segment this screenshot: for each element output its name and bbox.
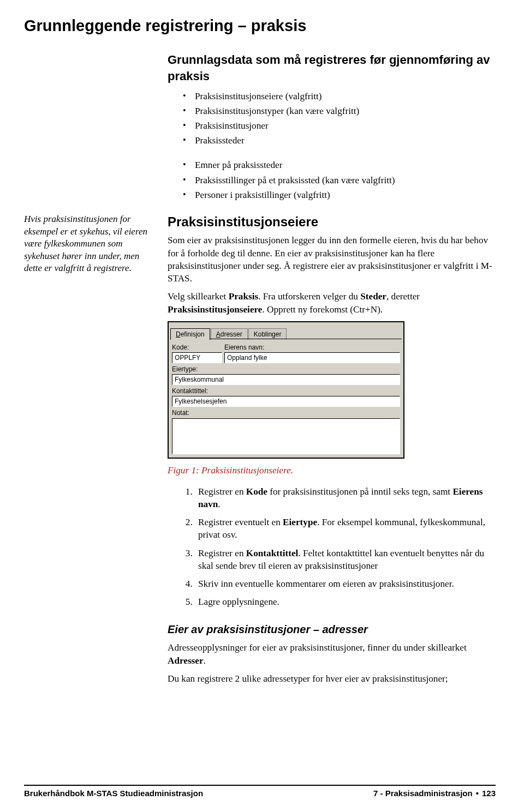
step-item: Registrer en Kode for praksisinstitusjon…: [195, 485, 493, 510]
label-notat: Notat:: [172, 408, 400, 417]
footer-right-section: 7 - Praksisadministrasjon: [373, 788, 473, 799]
footer-page-number: 123: [482, 788, 496, 799]
bullet-item: Praksisstillinger på et praksissted (kan…: [183, 174, 493, 187]
label-eiertype: Eiertype:: [172, 365, 400, 374]
bullet-icon: •: [476, 788, 479, 799]
step-list: Registrer en Kode for praksisinstitusjon…: [168, 485, 493, 609]
bullet-item: Praksisinstitusjonseiere (valgfritt): [183, 90, 493, 103]
subsection-heading: Eier av praksisinstitusjoner – adresser: [168, 622, 493, 637]
footer-left: Brukerhåndbok M-STAS Studieadministrasjo…: [24, 788, 203, 799]
label-navn: Eierens navn:: [224, 343, 400, 352]
bullet-item: Praksissteder: [183, 134, 493, 147]
label-kontakttittel: Kontakttittel:: [172, 387, 400, 395]
intro-heading: Grunnlagsdata som må registreres før gje…: [168, 52, 493, 84]
body-text: Du kan registrere 2 ulike adressetyper f…: [168, 672, 493, 685]
page-footer: Brukerhåndbok M-STAS Studieadministrasjo…: [24, 785, 496, 799]
tab-strip: Definisjon Adresser Koblinger: [169, 322, 403, 339]
tab-definisjon[interactable]: Definisjon: [170, 328, 210, 340]
bullet-item: Praksisinstitusjonstyper (kan være valgf…: [183, 105, 493, 117]
tab-adresser[interactable]: Adresser: [211, 328, 248, 340]
notat-textarea[interactable]: [172, 418, 400, 454]
kode-input[interactable]: [172, 352, 222, 363]
eierens-navn-input[interactable]: [224, 352, 400, 363]
page-title: Grunnleggende registrering – praksis: [24, 15, 496, 37]
body-text: Velg skillearket Praksis. Fra utforskere…: [168, 290, 493, 315]
body-text: Adresseopplysninger for eier av praksisi…: [168, 641, 493, 666]
body-text: Som eier av praksisinstitusjonen legger …: [168, 234, 493, 285]
step-item: Skriv inn eventuelle kommentarer om eier…: [195, 578, 493, 590]
step-item: Lagre opplysningene.: [195, 596, 493, 608]
label-kode: Kode:: [172, 343, 222, 352]
bullet-item: Personer i praksistillinger (valgfritt): [183, 189, 493, 201]
eiertype-input[interactable]: [172, 374, 400, 385]
figure-caption: Figur 1: Praksisinstitusjonseiere.: [168, 464, 493, 477]
tab-koblinger[interactable]: Koblinger: [248, 328, 287, 340]
step-item: Registrer en Kontakttittel. Feltet konta…: [195, 547, 493, 572]
bullet-item: Emner på praksissteder: [183, 159, 493, 171]
section-heading: Praksisinstitusjonseiere: [168, 213, 493, 231]
bullet-item: Praksisinstitusjoner: [183, 119, 493, 132]
kontakttittel-input[interactable]: [172, 396, 400, 407]
margin-note: Hvis praksisinstitusjonen for eksempel e…: [24, 213, 152, 690]
dialog-panel: Definisjon Adresser Koblinger Kode: Eier…: [168, 321, 404, 459]
step-item: Registrer eventuelt en Eiertype. For eks…: [195, 516, 493, 541]
